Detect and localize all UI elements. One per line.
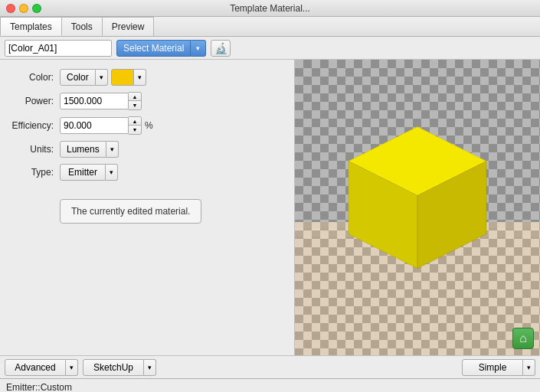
efficiency-spinners: ▲ ▼	[129, 116, 142, 135]
tab-bar: Templates Tools Preview	[0, 17, 540, 37]
tab-templates[interactable]: Templates	[0, 17, 62, 36]
type-row: Type: Emitter ▾	[8, 164, 286, 181]
preview-canvas: ⌂	[295, 60, 540, 355]
advanced-button[interactable]: Advanced	[5, 359, 66, 376]
main-layout: Color: Color ▾ ▾ Power: ▲ ▼	[0, 60, 540, 355]
efficiency-input-group: ▲ ▼	[60, 116, 142, 135]
home-icon: ⌂	[519, 332, 527, 345]
units-row: Units: Lumens ▾	[8, 141, 286, 158]
simple-arrow[interactable]: ▾	[523, 359, 535, 376]
preview-panel: ⌂	[295, 60, 540, 355]
status-bar: Emitter::Custom	[0, 378, 540, 392]
select-material-dropdown-arrow[interactable]: ▾	[191, 40, 206, 57]
minimize-button[interactable]	[19, 4, 28, 13]
eyedropper-button[interactable]: 🔬	[211, 40, 231, 57]
info-box: The currently edited material.	[60, 199, 201, 224]
type-button[interactable]: Emitter	[60, 164, 106, 181]
units-arrow[interactable]: ▾	[106, 141, 119, 158]
window-title: Template Material...	[230, 3, 310, 14]
bottom-toolbar: Advanced ▾ SketchUp ▾ Simple ▾	[0, 355, 540, 378]
efficiency-spinner-down[interactable]: ▼	[129, 126, 141, 134]
status-text: Emitter::Custom	[6, 382, 72, 393]
type-arrow[interactable]: ▾	[106, 164, 118, 181]
color-swatch[interactable]	[111, 69, 134, 86]
traffic-lights	[6, 4, 41, 13]
navigate-home-button[interactable]: ⌂	[512, 328, 534, 349]
material-name-input[interactable]	[5, 40, 112, 57]
color-label: Color:	[8, 72, 60, 83]
tab-preview[interactable]: Preview	[103, 17, 155, 36]
power-input-group: ▲ ▼	[60, 92, 142, 110]
units-button[interactable]: Lumens	[60, 141, 106, 158]
power-label: Power:	[8, 96, 60, 106]
toolbar-row: Select Material ▾ 🔬	[0, 37, 540, 60]
simple-button[interactable]: Simple	[462, 359, 523, 376]
sketchup-button[interactable]: SketchUp	[83, 359, 144, 376]
bottom-right: Simple ▾	[462, 359, 535, 376]
color-type-arrow[interactable]: ▾	[96, 69, 108, 86]
maximize-button[interactable]	[32, 4, 41, 13]
units-label: Units:	[8, 144, 60, 155]
sketchup-arrow[interactable]: ▾	[144, 359, 156, 376]
efficiency-spinner-up[interactable]: ▲	[129, 117, 141, 126]
cube-svg	[337, 119, 498, 280]
title-bar: Template Material...	[0, 0, 540, 17]
power-spinner-down[interactable]: ▼	[129, 101, 141, 109]
select-material-group: Select Material ▾	[116, 40, 206, 57]
color-row: Color: Color ▾ ▾	[8, 69, 286, 86]
advanced-arrow[interactable]: ▾	[66, 359, 78, 376]
color-swatch-arrow[interactable]: ▾	[134, 69, 146, 86]
units-group: Lumens ▾	[60, 141, 119, 158]
eyedropper-icon: 🔬	[214, 42, 227, 54]
efficiency-input[interactable]	[60, 117, 129, 134]
power-spinners: ▲ ▼	[129, 92, 142, 110]
simple-group: Simple ▾	[462, 359, 535, 376]
efficiency-row: Efficiency: ▲ ▼ %	[8, 116, 286, 135]
power-input[interactable]	[60, 93, 129, 109]
efficiency-unit: %	[145, 120, 153, 131]
cube-container	[337, 119, 498, 280]
efficiency-label: Efficiency:	[8, 120, 60, 131]
sketchup-group: SketchUp ▾	[83, 359, 156, 376]
color-type-button[interactable]: Color	[60, 69, 96, 86]
close-button[interactable]	[6, 4, 15, 13]
tab-tools[interactable]: Tools	[62, 17, 103, 36]
bottom-left: Advanced ▾ SketchUp ▾	[5, 359, 156, 376]
select-material-button[interactable]: Select Material	[116, 40, 191, 57]
type-label: Type:	[8, 167, 60, 178]
advanced-group: Advanced ▾	[5, 359, 78, 376]
type-group: Emitter ▾	[60, 164, 118, 181]
power-row: Power: ▲ ▼	[8, 92, 286, 110]
power-spinner-up[interactable]: ▲	[129, 93, 141, 101]
left-panel: Color: Color ▾ ▾ Power: ▲ ▼	[0, 60, 295, 355]
color-type-group: Color ▾	[60, 69, 108, 86]
